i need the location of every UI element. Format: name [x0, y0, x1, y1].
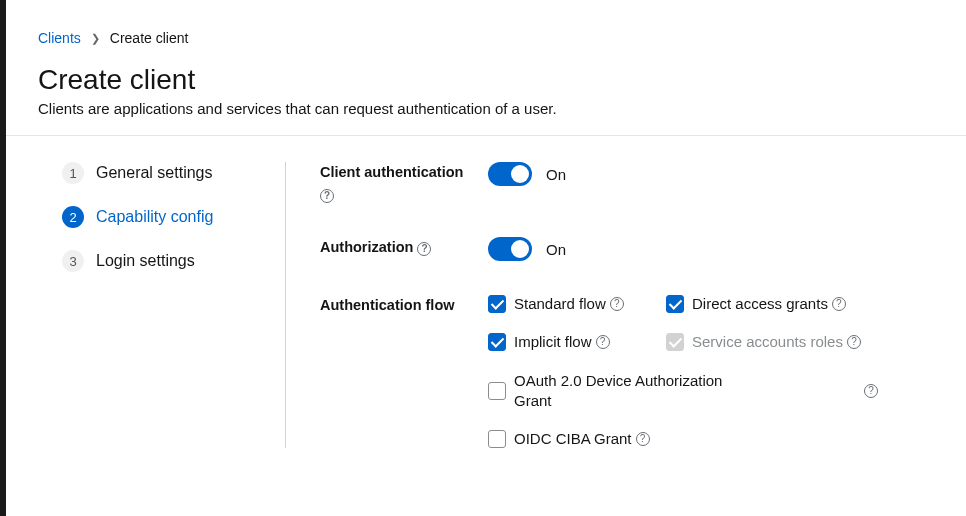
- label-text: OAuth 2.0 Device Authorization Grant: [514, 371, 754, 410]
- client-auth-toggle[interactable]: [488, 162, 532, 186]
- auth-flow-controls: Standard flow Direct access grants: [488, 295, 938, 448]
- help-icon[interactable]: [320, 189, 334, 203]
- auth-flow-label: Authentication flow: [320, 295, 488, 448]
- create-client-page: Clients ❯ Create client Create client Cl…: [6, 0, 966, 516]
- help-icon[interactable]: [864, 384, 878, 398]
- breadcrumb-current: Create client: [110, 30, 189, 46]
- direct-access-checkbox[interactable]: [666, 295, 684, 313]
- device-grant-option: OAuth 2.0 Device Authorization Grant: [488, 371, 938, 410]
- checkbox-label: OAuth 2.0 Device Authorization Grant: [514, 371, 754, 410]
- checkbox-label: Implicit flow: [514, 333, 610, 350]
- auth-flow-row: Authentication flow Standard flow: [320, 295, 938, 448]
- checkbox-label: OIDC CIBA Grant: [514, 430, 650, 447]
- label-text: Direct access grants: [692, 295, 828, 312]
- step-general-settings[interactable]: 1 General settings: [62, 162, 261, 184]
- help-icon[interactable]: [610, 297, 624, 311]
- authorization-label: Authorization: [320, 237, 488, 261]
- standard-flow-checkbox[interactable]: [488, 295, 506, 313]
- help-icon[interactable]: [636, 432, 650, 446]
- page-header: Clients ❯ Create client Create client Cl…: [6, 0, 966, 136]
- device-grant-checkbox[interactable]: [488, 382, 506, 400]
- checkbox-label: Direct access grants: [692, 295, 846, 312]
- wizard-sidebar: 1 General settings 2 Capability config 3…: [6, 162, 286, 448]
- wizard-body: 1 General settings 2 Capability config 3…: [6, 136, 966, 448]
- checkbox-label: Standard flow: [514, 295, 624, 312]
- page-subtitle: Clients are applications and services th…: [38, 100, 934, 117]
- authorization-row: Authorization On: [320, 237, 938, 261]
- label-text: Standard flow: [514, 295, 606, 312]
- label-text: Client authentication: [320, 164, 463, 180]
- checkbox-label: Service accounts roles: [692, 333, 861, 350]
- label-text: Implicit flow: [514, 333, 592, 350]
- stepper: 1 General settings 2 Capability config 3…: [62, 162, 261, 272]
- step-number: 2: [62, 206, 84, 228]
- direct-access-option: Direct access grants: [666, 295, 938, 313]
- chevron-right-icon: ❯: [91, 32, 100, 45]
- label-text: Authentication flow: [320, 297, 455, 313]
- authorization-toggle[interactable]: [488, 237, 532, 261]
- help-icon[interactable]: [847, 335, 861, 349]
- toggle-state-label: On: [546, 166, 566, 183]
- step-label: Login settings: [96, 252, 195, 270]
- page-title: Create client: [38, 64, 934, 96]
- breadcrumb-parent-link[interactable]: Clients: [38, 30, 81, 46]
- implicit-flow-option: Implicit flow: [488, 333, 658, 351]
- service-accounts-checkbox: [666, 333, 684, 351]
- step-login-settings[interactable]: 3 Login settings: [62, 250, 261, 272]
- client-auth-label: Client authentication: [320, 162, 488, 203]
- label-text: OIDC CIBA Grant: [514, 430, 632, 447]
- step-capability-config[interactable]: 2 Capability config: [62, 206, 261, 228]
- help-icon[interactable]: [596, 335, 610, 349]
- breadcrumb: Clients ❯ Create client: [38, 30, 934, 46]
- step-label: General settings: [96, 164, 213, 182]
- label-text: Authorization: [320, 239, 413, 255]
- client-auth-row: Client authentication On: [320, 162, 938, 203]
- service-accounts-option: Service accounts roles: [666, 333, 938, 351]
- form-area: Client authentication On Authorization: [286, 162, 966, 448]
- ciba-grant-option: OIDC CIBA Grant: [488, 430, 938, 448]
- standard-flow-option: Standard flow: [488, 295, 658, 313]
- label-text: Service accounts roles: [692, 333, 843, 350]
- help-icon[interactable]: [417, 242, 431, 256]
- step-number: 3: [62, 250, 84, 272]
- step-label: Capability config: [96, 208, 213, 226]
- step-number: 1: [62, 162, 84, 184]
- client-auth-control: On: [488, 162, 938, 203]
- authorization-control: On: [488, 237, 938, 261]
- implicit-flow-checkbox[interactable]: [488, 333, 506, 351]
- help-icon[interactable]: [832, 297, 846, 311]
- toggle-state-label: On: [546, 241, 566, 258]
- ciba-grant-checkbox[interactable]: [488, 430, 506, 448]
